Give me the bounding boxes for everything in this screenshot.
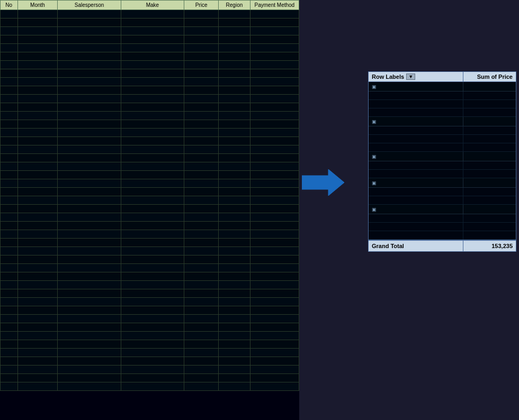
table-cell [184, 86, 219, 95]
table-cell [184, 95, 219, 103]
col-header-payment[interactable]: Payment Method [250, 1, 299, 10]
col-header-salesperson[interactable]: Salesperson [58, 1, 121, 10]
col-header-no[interactable]: No [1, 1, 18, 10]
table-cell [17, 95, 58, 103]
pivot-sub-row [369, 188, 516, 196]
table-cell [17, 44, 58, 52]
table-cell [1, 315, 18, 323]
pivot-group-value [463, 178, 516, 187]
pivot-sub-label [369, 126, 463, 134]
pivot-group-value [463, 152, 516, 161]
expand-icon[interactable]: ▣ [372, 154, 377, 159]
table-cell [58, 145, 121, 154]
table-cell [17, 120, 58, 129]
table-cell [58, 19, 121, 27]
table-cell [250, 61, 299, 69]
table-cell [250, 129, 299, 137]
data-table: No Month Salesperson Make Price Region P… [0, 0, 299, 391]
table-cell [17, 366, 58, 374]
table-cell [58, 120, 121, 129]
table-cell [121, 366, 184, 374]
pivot-sub-row [369, 231, 516, 240]
table-cell [250, 366, 299, 374]
table-cell [1, 103, 18, 112]
arrow-right [302, 169, 344, 197]
table-cell [1, 298, 18, 306]
table-cell [184, 213, 219, 222]
table-cell [250, 19, 299, 27]
table-cell [1, 255, 18, 264]
col-header-price[interactable]: Price [184, 1, 219, 10]
pivot-group-row: ▣ [369, 178, 516, 188]
table-cell [219, 357, 250, 366]
table-cell [250, 69, 299, 78]
table-cell [58, 230, 121, 239]
col-header-region[interactable]: Region [219, 1, 250, 10]
table-cell [17, 154, 58, 162]
table-cell [17, 112, 58, 120]
pivot-sub-row [369, 126, 516, 135]
table-cell [219, 145, 250, 154]
table-cell [1, 27, 18, 35]
table-cell [17, 281, 58, 289]
table-cell [121, 281, 184, 289]
table-cell [250, 298, 299, 306]
table-cell [1, 69, 18, 78]
table-cell [1, 230, 18, 239]
expand-icon[interactable]: ▣ [372, 180, 377, 186]
table-cell [219, 10, 250, 19]
table-cell [219, 95, 250, 103]
table-cell [1, 340, 18, 349]
table-cell [121, 272, 184, 281]
table-cell [121, 103, 184, 112]
table-cell [121, 188, 184, 196]
table-cell [1, 120, 18, 129]
pivot-group-label: ▣ [369, 178, 463, 187]
table-cell [1, 222, 18, 230]
table-cell [250, 120, 299, 129]
table-cell [1, 264, 18, 272]
table-cell [219, 154, 250, 162]
table-cell [58, 306, 121, 315]
table-cell [17, 52, 58, 61]
col-header-make[interactable]: Make [121, 1, 184, 10]
table-cell [219, 86, 250, 95]
pivot-group-label: ▣ [369, 117, 463, 126]
table-cell [58, 272, 121, 281]
pivot-sub-label [369, 92, 463, 99]
col-header-month[interactable]: Month [17, 1, 58, 10]
table-cell [58, 78, 121, 86]
table-cell [250, 213, 299, 222]
table-cell [1, 382, 18, 391]
expand-icon[interactable]: ▣ [372, 119, 377, 124]
table-cell [58, 162, 121, 171]
table-cell [58, 86, 121, 95]
row-labels-dropdown[interactable]: ▼ [406, 74, 415, 80]
pivot-sub-value [463, 100, 516, 108]
table-cell [1, 86, 18, 95]
table-cell [250, 171, 299, 179]
table-cell [1, 205, 18, 213]
table-cell [121, 205, 184, 213]
table-cell [219, 112, 250, 120]
table-cell [184, 19, 219, 27]
table-cell [121, 298, 184, 306]
table-cell [58, 179, 121, 188]
table-cell [219, 222, 250, 230]
table-cell [219, 349, 250, 357]
table-cell [121, 78, 184, 86]
expand-icon[interactable]: ▣ [372, 207, 377, 212]
table-cell [17, 162, 58, 171]
table-cell [121, 179, 184, 188]
svg-marker-0 [302, 169, 344, 196]
expand-icon[interactable]: ▣ [372, 84, 377, 89]
table-cell [17, 239, 58, 247]
pivot-grand-total-row: Grand Total 153,235 [369, 240, 516, 251]
table-cell [17, 382, 58, 391]
table-cell [250, 95, 299, 103]
pivot-sub-label [369, 170, 463, 178]
table-cell [58, 382, 121, 391]
table-cell [184, 247, 219, 255]
table-cell [58, 340, 121, 349]
pivot-sub-value [463, 170, 516, 178]
